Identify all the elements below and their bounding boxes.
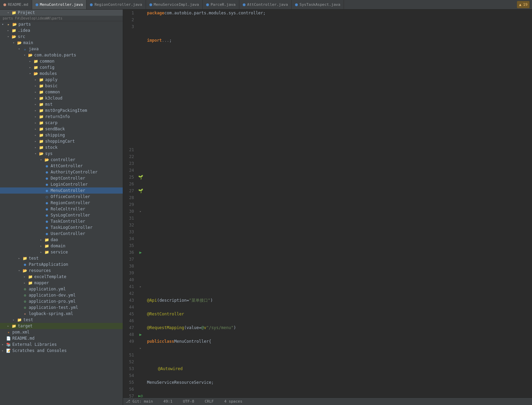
src-label: src — [17, 34, 123, 39]
code-content[interactable]: package com.autobio.parts.modules.sys.co… — [144, 10, 532, 397]
sidebar-item-office-controller[interactable]: ○ OfficeController — [0, 194, 123, 200]
sidebar-item-returninfo[interactable]: ▸ 📁 returnInfo — [0, 114, 123, 120]
sidebar-item-readme-md[interactable]: 📄 README.md — [0, 335, 123, 341]
project-root[interactable]: ▾ 📁 Project — [0, 10, 123, 16]
tab-dot-menu-controller — [36, 3, 38, 6]
sidebar-item-modules[interactable]: ▾ 📂 modules — [0, 70, 123, 77]
sidebar-item-domain[interactable]: ▸ 📁 domain — [0, 243, 123, 249]
sidebar-item-application-dev-yml[interactable]: ⚙ application-dev.yml — [0, 292, 123, 298]
sidebar-item-mapper[interactable]: ▸ 📁 mapper — [0, 280, 123, 286]
target-label: target — [17, 324, 123, 328]
code-line-26 — [147, 352, 532, 358]
sidebar-item-common[interactable]: ▸ 📁 common — [0, 58, 123, 64]
mapper-label: mapper — [34, 280, 123, 285]
tab-sys-task-aspect[interactable]: SysTaskAspect.java — [292, 0, 344, 9]
sidebar-item-mst-org[interactable]: ▸ 📁 mstOrgPackingItem — [0, 107, 123, 114]
sidebar-item-service[interactable]: ▸ 📁 service — [0, 249, 123, 255]
sidebar-item-basic[interactable]: ▸ 📁 basic — [0, 83, 123, 89]
excel-template-arrow: ▸ — [22, 275, 27, 278]
sidebar-item-parts[interactable]: ▾ ▸ 📂 parts — [0, 21, 123, 27]
sidebar-item-application-yml[interactable]: ⚙ application.yml — [0, 286, 123, 292]
stock-label: stock — [44, 145, 123, 150]
sidebar-item-src[interactable]: ▾ 📂 src — [0, 34, 123, 40]
sidebar-item-shipping[interactable]: ▸ 📁 shipping — [0, 132, 123, 138]
tab-label-menu-service-impl: MenuServiceImpl.java — [154, 2, 199, 7]
sidebar-item-logback-spring-xml[interactable]: ✦ logback-spring.xml — [0, 311, 123, 317]
code-area[interactable]: 123 21222324252627282930 313233343536373… — [123, 10, 532, 397]
java-folder-icon: ☕ — [22, 47, 28, 51]
idea-arrow: ▸ — [5, 29, 11, 32]
gutter: 🌱 🌱 ▸ ▶ ▸ ▶ ▸ — [137, 10, 144, 397]
sidebar-item-target[interactable]: ▸ 📁 target — [0, 323, 123, 329]
code-line-27: @Autowired — [147, 365, 532, 372]
pom-xml-label: pom.xml — [12, 330, 123, 335]
sidebar-item-task-log-controller[interactable]: ● TaskLogController — [0, 224, 123, 231]
test-arrow: ▸ — [16, 257, 22, 260]
sidebar-item-external-libs[interactable]: ▸ 📚 External Libraries — [0, 341, 123, 348]
sidebar-item-dao[interactable]: ▸ 📁 dao — [0, 237, 123, 243]
sidebar-item-sys[interactable]: ▾ 📂 sys — [0, 151, 123, 157]
sidebar-item-apply[interactable]: ▸ 📁 apply — [0, 77, 123, 83]
status-sep3: | — [198, 399, 201, 404]
sidebar-item-config[interactable]: ▸ 📁 config — [0, 64, 123, 70]
controller-label: controller — [50, 157, 123, 162]
sidebar-item-mst[interactable]: ▸ 📁 mst — [0, 101, 123, 107]
sidebar-item-controller[interactable]: ▾ 📂 controller — [0, 157, 123, 163]
sidebar-item-login-controller[interactable]: ● LoginController — [0, 181, 123, 187]
com-icon: 📂 — [27, 53, 34, 57]
sidebar-item-att-controller[interactable]: ● AttController — [0, 163, 123, 169]
sidebar-item-region-controller[interactable]: ● RegionController — [0, 200, 123, 206]
sidebar-item-dept-controller[interactable]: ● DeptController — [0, 175, 123, 181]
sidebar-item-shopping-cart[interactable]: ▸ 📁 shoppingCart — [0, 138, 123, 144]
sidebar-item-idea[interactable]: ▸ 📁 .idea — [0, 27, 123, 34]
tab-menu-controller[interactable]: MenuController.java — [32, 0, 87, 9]
sidebar-item-pom-xml[interactable]: ✦ pom.xml — [0, 329, 123, 335]
code-line-21 — [147, 283, 532, 290]
code-line-29 — [147, 393, 532, 397]
common2-label: common — [44, 90, 123, 94]
sidebar-item-menu-controller[interactable]: ● MenuController — [0, 187, 123, 194]
sidebar-item-authority-controller[interactable]: ● AuthorityController — [0, 169, 123, 175]
tab-region-controller[interactable]: RegionController.java — [87, 0, 146, 9]
returninfo-label: returnInfo — [44, 114, 123, 119]
sidebar-item-main[interactable]: ▾ 📂 main — [0, 40, 123, 46]
sidebar-item-user-controller[interactable]: ● UserController — [0, 231, 123, 237]
parts-icon: 📂 — [12, 22, 18, 27]
config-label: config — [39, 65, 123, 70]
controller-arrow: ▾ — [38, 158, 44, 161]
logback-xml-label: logback-spring.xml — [28, 311, 123, 316]
code-line-blank3 — [147, 78, 532, 85]
sidebar-item-stock[interactable]: ▸ 📁 stock — [0, 144, 123, 151]
sidebar-item-scarp[interactable]: ▸ 📁 scarp — [0, 120, 123, 126]
tab-parce-r[interactable]: ParceR.java — [203, 0, 239, 9]
sidebar-item-role-coltroller[interactable]: ● RoleColtroller — [0, 206, 123, 212]
sidebar-item-com-autobio-parts[interactable]: ▾ 📂 com.autobio.parts — [0, 52, 123, 58]
code-line-blank7 — [147, 133, 532, 140]
main-arrow: ▾ — [11, 41, 16, 44]
modules-icon: 📂 — [33, 71, 39, 76]
sidebar-item-application-pro-yml[interactable]: ⚙ application-pro.yml — [0, 298, 123, 304]
sidebar-item-common2[interactable]: ▸ 📁 common — [0, 89, 123, 95]
sidebar-item-parts-application[interactable]: ● PartsApplication — [0, 261, 123, 267]
sidebar-item-resources[interactable]: ▾ 📂 resources — [0, 267, 123, 274]
src-arrow: ▾ — [5, 35, 11, 38]
resources-icon: 📂 — [22, 269, 28, 273]
tab-menu-service-impl[interactable]: MenuServiceImpl.java — [146, 0, 203, 9]
tab-label-readme: README.md — [8, 2, 28, 7]
sidebar-item-test[interactable]: ▸ 📁 test — [0, 255, 123, 261]
sidebar-item-scratches[interactable]: ▸ 📝 Scratches and Consoles — [0, 348, 123, 354]
tab-readme[interactable]: README.md — [0, 0, 32, 9]
tab-dot-readme — [3, 3, 6, 6]
login-controller-icon: ● — [44, 182, 50, 187]
sidebar-item-java[interactable]: ▾ ☕ java — [0, 46, 123, 52]
sidebar-item-test-folder[interactable]: ▸ 📁 test — [0, 317, 123, 323]
scratches-arrow: ▸ — [0, 349, 5, 352]
sidebar-item-task-controller[interactable]: ● TaskController — [0, 218, 123, 224]
sidebar-item-excel-template[interactable]: ▸ 📁 excelTemplate — [0, 274, 123, 280]
tab-att-controller[interactable]: AttController.java — [239, 0, 292, 9]
sidebar-item-sys-log-controller[interactable]: ● SysLogController — [0, 212, 123, 218]
tab-dot-sys-task-aspect — [295, 3, 298, 6]
sidebar-item-application-test-yml[interactable]: ⚙ application-test.yml — [0, 304, 123, 311]
sidebar-item-sendback[interactable]: ▸ 📁 sendBack — [0, 126, 123, 132]
sidebar-item-k3cloud[interactable]: ▸ 📁 k3cloud — [0, 95, 123, 101]
